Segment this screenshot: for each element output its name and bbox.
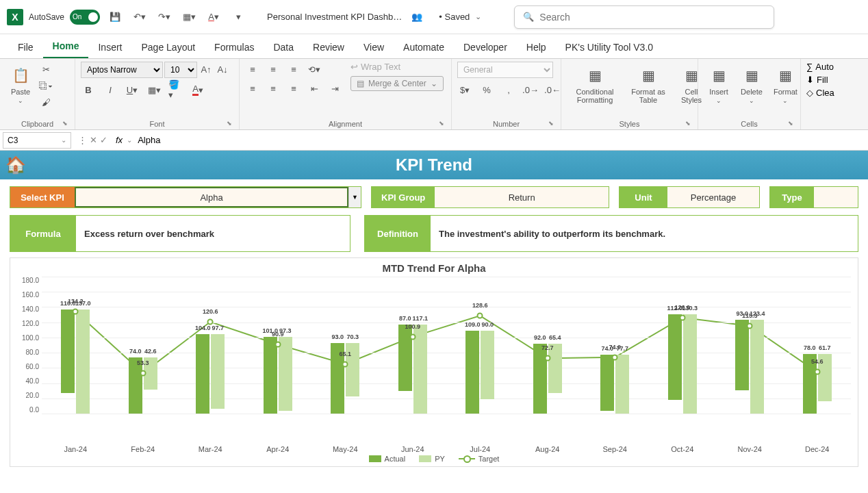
tab-help[interactable]: Help xyxy=(517,36,556,58)
wrap-text-button[interactable]: ↩Wrap Text xyxy=(350,62,444,72)
dashboard-title: KPI Trend xyxy=(396,155,472,175)
tab-review[interactable]: Review xyxy=(303,36,354,58)
kpi-dropdown-button[interactable]: ▼ xyxy=(348,187,361,207)
name-box[interactable]: C3⌄ xyxy=(3,132,71,149)
increase-font-icon[interactable]: A↑ xyxy=(199,62,214,77)
tab-file[interactable]: File xyxy=(8,36,43,58)
clear-button[interactable]: ◇Clea xyxy=(806,88,834,98)
home-icon[interactable]: 🏠 xyxy=(5,155,26,175)
formula-card: Formula Excess return over benchmark xyxy=(10,215,350,252)
fx-chevron-icon[interactable]: ⌄ xyxy=(127,136,132,144)
align-bottom-icon[interactable]: ≡ xyxy=(286,62,301,77)
definition-label: Definition xyxy=(365,216,431,251)
tab-view[interactable]: View xyxy=(354,36,394,58)
format-as-table-button[interactable]: ▦Format as Table xyxy=(626,62,671,107)
comma-icon[interactable]: , xyxy=(501,82,516,97)
unit-value: Percentage xyxy=(667,187,759,207)
save-icon[interactable]: 💾 xyxy=(105,8,125,27)
definition-value: The investment's ability to outperform i… xyxy=(431,216,858,251)
search-input[interactable] xyxy=(539,12,765,23)
saved-status[interactable]: • Saved xyxy=(439,12,470,22)
enter-icon[interactable]: ✓ xyxy=(100,135,107,145)
number-format-select[interactable]: General xyxy=(457,62,553,78)
underline-icon[interactable]: U▾ xyxy=(125,82,140,97)
group-alignment-label: Alignment xyxy=(245,118,446,129)
currency-icon[interactable]: $▾ xyxy=(457,82,472,97)
decrease-font-icon[interactable]: A↓ xyxy=(215,62,230,77)
align-left-icon[interactable]: ≡ xyxy=(245,81,260,96)
tab-developer[interactable]: Developer xyxy=(454,36,517,58)
undo-icon[interactable]: ↶▾ xyxy=(130,8,149,27)
tab-formulas[interactable]: Formulas xyxy=(205,36,264,58)
redo-icon[interactable]: ↷▾ xyxy=(155,8,174,27)
fx-icon[interactable]: fx xyxy=(112,135,127,145)
tab-data[interactable]: Data xyxy=(264,36,303,58)
title-bar: X AutoSave On 💾 ↶▾ ↷▾ ▦▾ A▾ ▾ Personal I… xyxy=(0,0,868,34)
customize-qat-icon[interactable]: ▾ xyxy=(229,8,248,27)
orientation-icon[interactable]: ⟲▾ xyxy=(307,62,322,77)
align-right-icon[interactable]: ≡ xyxy=(286,81,301,96)
kpi-group-value: Return xyxy=(435,187,609,207)
autosave-label: AutoSave xyxy=(29,12,64,22)
decrease-indent-icon[interactable]: ⇤ xyxy=(307,81,322,96)
delete-cells-button[interactable]: ▦Delete⌄ xyxy=(737,62,767,107)
border-icon[interactable]: ▦▾ xyxy=(146,82,162,97)
cancel-icon[interactable]: ✕ xyxy=(90,135,97,145)
select-kpi-label: Select KPI xyxy=(10,187,75,207)
increase-decimal-icon[interactable]: .0→ xyxy=(523,82,538,97)
align-top-icon[interactable]: ≡ xyxy=(245,62,260,77)
font-color-icon[interactable]: A▾ xyxy=(190,82,205,97)
insert-cells-button[interactable]: ▦Insert⌄ xyxy=(704,62,734,107)
merge-icon: ▤ xyxy=(357,79,364,88)
borders-icon[interactable]: ▦▾ xyxy=(179,8,199,27)
share-icon[interactable]: 👥 xyxy=(407,8,426,27)
delete-icon: ▦ xyxy=(741,64,763,86)
merge-center-button[interactable]: ▤Merge & Center⌄ xyxy=(350,76,444,91)
cut-icon[interactable]: ✂ xyxy=(38,62,53,77)
type-label: Type xyxy=(770,187,814,207)
italic-icon[interactable]: I xyxy=(103,82,118,97)
paste-button[interactable]: 📋 Paste ⌄ xyxy=(5,62,36,107)
fill-color-icon[interactable]: 🪣▾ xyxy=(168,82,183,97)
conditional-formatting-button[interactable]: ▦Conditional Formatting xyxy=(567,62,623,107)
font-color-icon[interactable]: A▾ xyxy=(204,8,223,27)
format-painter-icon[interactable]: 🖌 xyxy=(38,94,53,110)
chart-title: MTD Trend For Alpha xyxy=(17,262,851,274)
legend-swatch-py xyxy=(419,455,431,462)
align-center-icon[interactable]: ≡ xyxy=(266,81,281,96)
percent-icon[interactable]: % xyxy=(479,82,494,97)
group-font-label: Font xyxy=(81,118,233,129)
group-number-label: Number xyxy=(457,118,555,129)
kpi-group-card: KPI Group Return xyxy=(371,186,609,208)
chevron-down-icon[interactable]: ⌄ xyxy=(61,136,66,144)
formula-input[interactable] xyxy=(132,135,868,145)
insert-icon: ▦ xyxy=(708,64,730,86)
tab-home[interactable]: Home xyxy=(43,35,89,58)
definition-card: Definition The investment's ability to o… xyxy=(364,215,858,252)
align-middle-icon[interactable]: ≡ xyxy=(266,62,281,77)
bold-icon[interactable]: B xyxy=(81,82,96,97)
decrease-decimal-icon[interactable]: .0← xyxy=(545,82,560,97)
search-box[interactable]: 🔍 xyxy=(514,5,774,29)
tab-insert[interactable]: Insert xyxy=(88,36,131,58)
x-axis: Jan-24Feb-24Mar-24Apr-24May-24Jun-24Jul-… xyxy=(42,441,851,453)
document-title: Personal Investment KPI Dashb… xyxy=(267,12,402,22)
autosum-button[interactable]: ∑Auto xyxy=(806,62,834,72)
copy-icon[interactable]: ⿻▾ xyxy=(38,78,53,93)
select-kpi-value[interactable]: Alpha xyxy=(75,187,348,207)
table-icon: ▦ xyxy=(637,64,659,86)
autosave-toggle[interactable]: On xyxy=(70,10,100,25)
increase-indent-icon[interactable]: ⇥ xyxy=(327,81,342,96)
legend-swatch-actual xyxy=(369,455,381,462)
cond-format-icon: ▦ xyxy=(584,64,606,86)
font-size-select[interactable]: 10 xyxy=(164,62,197,78)
tab-utility[interactable]: PK's Utility Tool V3.0 xyxy=(556,36,663,58)
chevron-down-icon[interactable]: ⌄ xyxy=(475,12,481,21)
fill-button[interactable]: ⬇Fill xyxy=(806,75,828,85)
chart-container: MTD Trend For Alpha 180.0160.0140.0120.0… xyxy=(10,257,858,467)
format-cells-button[interactable]: ▦Format⌄ xyxy=(769,62,802,107)
tab-automate[interactable]: Automate xyxy=(394,36,454,58)
expand-icon[interactable]: ⋮ xyxy=(78,135,87,145)
tab-page-layout[interactable]: Page Layout xyxy=(131,36,205,58)
font-name-select[interactable]: Aptos Narrow xyxy=(81,62,163,78)
